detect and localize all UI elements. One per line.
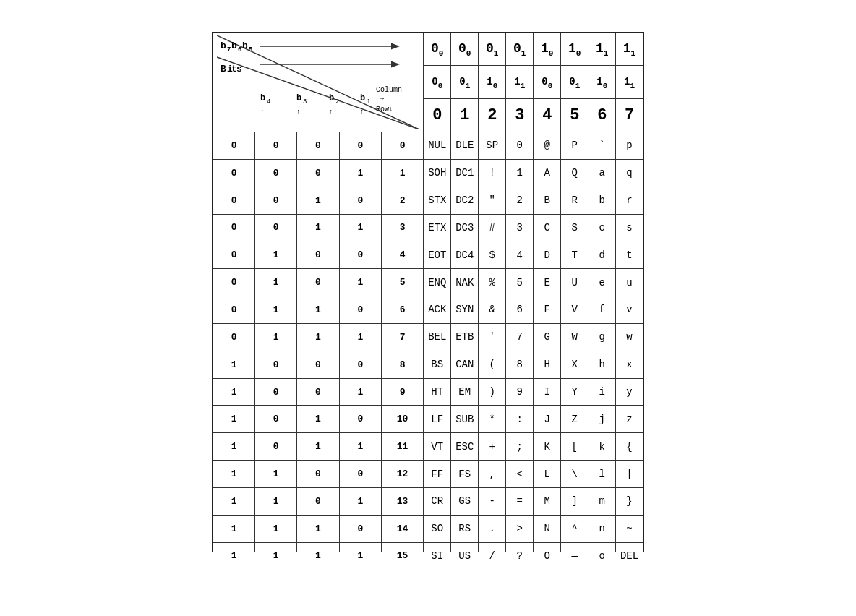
bit-b3: 1 (255, 269, 297, 296)
data-cell-1-6: a (588, 159, 616, 187)
col-header-3-bits: 01 (506, 33, 534, 66)
data-cell-13-4: M (534, 487, 561, 515)
data-cell-9-1: EM (451, 378, 479, 406)
data-cell-7-6: g (588, 323, 616, 351)
data-cell-3-3: 3 (506, 214, 534, 241)
col-header-1-bits2: 01 (451, 66, 479, 99)
data-cell-3-6: c (588, 214, 616, 241)
data-cell-13-3: = (506, 487, 534, 515)
bit-b1: 1 (339, 323, 381, 351)
row-number: 10 (381, 406, 423, 433)
data-cell-13-2: - (479, 487, 506, 515)
data-cell-11-7: { (616, 433, 643, 461)
data-cell-2-1: DC2 (451, 187, 479, 214)
data-cell-8-1: CAN (451, 351, 479, 378)
svg-text:2: 2 (335, 98, 339, 106)
bit-b1: 0 (339, 296, 381, 324)
data-cell-7-4: G (534, 323, 561, 351)
col-num-0: 0 (424, 99, 451, 132)
col-num-1: 1 (451, 99, 479, 132)
table-row: 10008BSCAN(8HXhx (213, 351, 643, 378)
bit-b3: 1 (255, 515, 297, 542)
svg-text:5: 5 (249, 46, 252, 54)
data-cell-5-0: ENQ (424, 269, 451, 296)
data-cell-9-4: I (534, 378, 561, 406)
data-cell-5-6: e (588, 269, 616, 296)
data-cell-4-2: $ (479, 241, 506, 269)
data-cell-15-0: SI (424, 542, 451, 570)
bit-b4: 1 (213, 515, 254, 542)
table-row: 110012FFFS,<L\l| (213, 461, 643, 488)
svg-text:b: b (242, 40, 248, 51)
data-cell-3-7: s (616, 214, 643, 241)
data-cell-10-0: LF (424, 406, 451, 433)
data-cell-10-5: Z (561, 406, 588, 433)
row-number: 14 (381, 515, 423, 542)
data-cell-12-5: \ (561, 461, 588, 488)
data-cell-4-4: D (534, 241, 561, 269)
data-cell-6-2: & (479, 296, 506, 324)
data-cell-12-2: , (479, 461, 506, 488)
bit-b4: 0 (213, 159, 254, 187)
svg-text:6: 6 (238, 46, 241, 54)
svg-text:b: b (221, 40, 226, 51)
data-cell-11-5: [ (561, 433, 588, 461)
bit-b1: 0 (339, 241, 381, 269)
table-row: 01106ACKSYN&6FVfv (213, 296, 643, 324)
bit-b2: 0 (297, 269, 339, 296)
data-cell-5-7: u (616, 269, 643, 296)
bit-b2: 0 (297, 241, 339, 269)
data-cell-5-3: 5 (506, 269, 534, 296)
bit-b3: 1 (255, 241, 297, 269)
data-cell-1-0: SOH (424, 159, 451, 187)
col-num-4: 4 (534, 99, 561, 132)
col-header-4-bits: 10 (534, 33, 561, 66)
data-cell-9-5: Y (561, 378, 588, 406)
bit-b4: 0 (213, 241, 254, 269)
bit-b1: 1 (339, 433, 381, 461)
data-cell-15-2: / (479, 542, 506, 570)
data-cell-6-5: V (561, 296, 588, 324)
table-row: 01004EOTDC4$4DTdt (213, 241, 643, 269)
svg-text:↑: ↑ (260, 108, 264, 116)
bit-b1: 1 (339, 214, 381, 241)
data-cell-12-3: < (506, 461, 534, 488)
table-row: 101010LFSUB*:JZjz (213, 406, 643, 433)
bit-b3: 0 (255, 214, 297, 241)
data-cell-15-1: US (451, 542, 479, 570)
col-header-0-bits: 00 (424, 33, 451, 66)
bit-b3: 0 (255, 159, 297, 187)
data-cell-15-6: o (588, 542, 616, 570)
bit-b4: 1 (213, 487, 254, 515)
col-header-5-bits2: 01 (561, 66, 588, 99)
svg-text:b: b (329, 93, 334, 103)
data-cell-12-0: FF (424, 461, 451, 488)
data-cell-2-2: " (479, 187, 506, 214)
row-number: 11 (381, 433, 423, 461)
bit-b2: 1 (297, 296, 339, 324)
data-cell-14-7: ~ (616, 515, 643, 542)
data-cell-12-6: l (588, 461, 616, 488)
col-num-3: 3 (506, 99, 534, 132)
data-cell-13-0: CR (424, 487, 451, 515)
svg-text:B: B (221, 64, 226, 74)
svg-text:3: 3 (303, 98, 307, 106)
data-cell-5-2: % (479, 269, 506, 296)
bit-b3: 1 (255, 296, 297, 324)
bit-b3: 0 (255, 406, 297, 433)
bit-b2: 0 (297, 159, 339, 187)
col-header-7-bits: 11 (616, 33, 643, 66)
data-cell-10-2: * (479, 406, 506, 433)
svg-text:b: b (260, 93, 265, 103)
col-header-2-bits: 01 (479, 33, 506, 66)
data-cell-6-7: v (616, 296, 643, 324)
data-cell-12-7: | (616, 461, 643, 488)
data-cell-9-0: HT (424, 378, 451, 406)
data-cell-0-0: NUL (424, 132, 451, 160)
svg-text:b: b (360, 93, 365, 103)
data-cell-9-6: i (588, 378, 616, 406)
data-cell-2-4: B (534, 187, 561, 214)
data-cell-6-3: 6 (506, 296, 534, 324)
data-cell-9-2: ) (479, 378, 506, 406)
data-cell-14-1: RS (451, 515, 479, 542)
